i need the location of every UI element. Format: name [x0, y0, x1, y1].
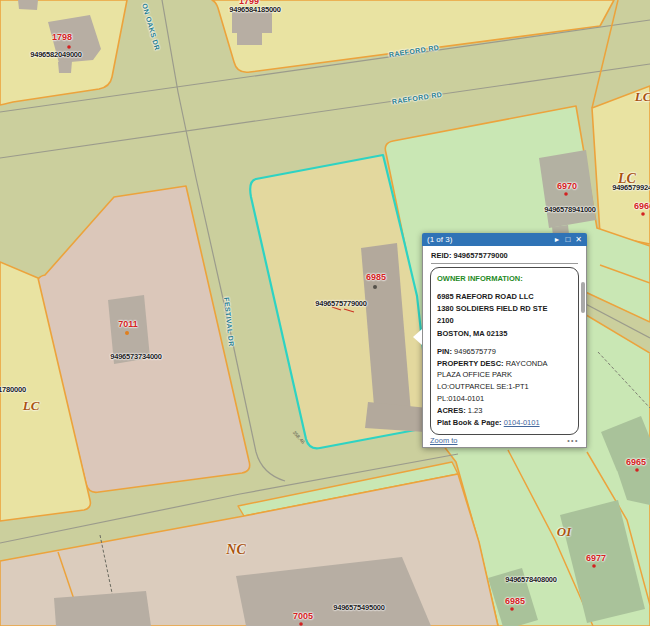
property-desc-line: LO:OUTPARCEL SE:1-PT1 [437, 381, 572, 393]
owner-line: 1380 SOLDIERS FIELD RD STE [437, 303, 572, 315]
owner-header: OWNER INFORMATION: [437, 274, 572, 283]
popup-pointer [413, 329, 422, 345]
popup-scrollbar-thumb[interactable] [581, 282, 585, 313]
owner-line: 6985 RAEFORD ROAD LLC [437, 291, 572, 303]
parcel-number-label: 6970 [557, 181, 577, 191]
address-point [67, 45, 71, 49]
property-desc-row: PROPERTY DESC: RAYCONDA [437, 358, 572, 370]
reid-row: REID: 9496575779000 [423, 246, 586, 261]
parcel-number-label: 7005 [293, 611, 313, 621]
property-desc-line: PL:0104-0101 [437, 393, 572, 405]
popup-pager: (1 of 3) [427, 235, 452, 244]
popup-footer: Zoom to ••• [423, 433, 586, 447]
address-point [641, 212, 645, 216]
owner-line: BOSTON, MA 02135 [437, 328, 572, 340]
owner-line: 2100 [437, 315, 572, 327]
maximize-icon[interactable]: □ [565, 233, 570, 246]
parcel-number-label: 6985 [505, 596, 525, 606]
identify-popup: (1 of 3) ► □ ✕ REID: 9496575779000 OWNER… [422, 233, 587, 448]
acres-label: ACRES: [437, 406, 466, 415]
pin-label: PIN: [437, 347, 452, 356]
more-options-button[interactable]: ••• [567, 437, 579, 444]
divider [431, 263, 578, 264]
plat-row: Plat Book & Page: 0104-0101 [437, 417, 572, 429]
parcel-id-label: 94965799240 [612, 183, 650, 192]
address-point [592, 564, 596, 568]
owner-address: 6985 RAEFORD ROAD LLC 1380 SOLDIERS FIEL… [437, 291, 572, 340]
parcel-id-label: 9496582049000 [30, 50, 82, 59]
next-feature-icon[interactable]: ► [554, 233, 561, 246]
parcel-number-label: 7011 [118, 319, 138, 329]
address-point [373, 285, 377, 289]
parcel-number-label: 1798 [52, 32, 72, 42]
plat-label: Plat Book & Page: [437, 418, 502, 427]
zoom-to-link[interactable]: Zoom to [430, 436, 458, 445]
acres-row: ACRES: 1.23 [437, 405, 572, 417]
parcel-id-label: 9496575779000 [315, 299, 367, 308]
zone-label-lc: LC [635, 89, 650, 105]
address-point [125, 331, 129, 335]
parcel-polygon-lc-right[interactable] [592, 86, 650, 244]
reid-label: REID: [431, 251, 451, 260]
address-point [564, 192, 568, 196]
parcel-id-label: 9496584185000 [229, 5, 281, 14]
popup-titlebar[interactable]: (1 of 3) ► □ ✕ [422, 233, 587, 246]
close-icon[interactable]: ✕ [575, 233, 582, 246]
parcel-id-label: 9496575495000 [333, 603, 385, 612]
parcel-number-label: 6966 [634, 201, 650, 211]
pin-value: 9496575779 [454, 347, 496, 356]
address-point [299, 622, 303, 626]
parcel-number-label: 6977 [586, 553, 606, 563]
parcel-number-label: 6965 [626, 457, 646, 467]
owner-info-box: OWNER INFORMATION: 6985 RAEFORD ROAD LLC… [430, 267, 579, 435]
acres-value: 1.23 [468, 406, 483, 415]
popup-body: REID: 9496575779000 OWNER INFORMATION: 6… [422, 246, 587, 448]
address-point [510, 607, 514, 611]
building-footprint [58, 61, 72, 73]
parcel-id-label: 9496573734000 [110, 352, 162, 361]
property-desc-line: PLAZA OFFICE PARK [437, 369, 572, 381]
reid-value: 9496575779000 [454, 251, 508, 260]
gis-map-viewport[interactable]: ON OAKS DR RAEFORD RD RAEFORD RD FESTIVA… [0, 0, 650, 626]
address-point [635, 468, 639, 472]
property-desc-value: RAYCONDA [506, 359, 548, 368]
zone-label-lc: LC [23, 398, 40, 414]
property-desc-label: PROPERTY DESC: [437, 359, 504, 368]
building-footprint [18, 0, 38, 10]
parcel-id-label: 1780000 [0, 385, 26, 394]
parcel-id-label: 9496578408000 [505, 575, 557, 584]
zone-label-nc: NC [226, 542, 245, 558]
pin-row: PIN: 9496575779 [437, 346, 572, 358]
zone-label-oi: OI [557, 524, 571, 540]
plat-page-link[interactable]: 0104-0101 [504, 418, 540, 427]
parcel-number-label: 6985 [366, 272, 386, 282]
parcel-id-label: 9496578941000 [544, 205, 596, 214]
